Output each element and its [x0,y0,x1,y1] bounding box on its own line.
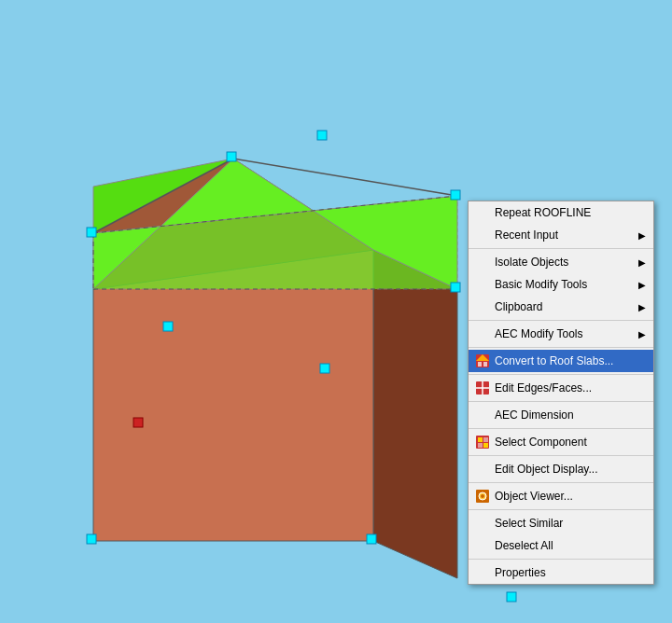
no-icon [474,564,491,581]
menu-label-isolate-objects: Isolate Objects [495,256,568,269]
separator-7 [469,455,653,456]
menu-item-recent-input[interactable]: Recent Input ▶ [469,224,653,246]
no-icon [474,407,491,423]
no-icon [474,276,491,293]
svg-rect-31 [478,437,483,442]
menu-label-select-similar: Select Similar [495,517,563,530]
separator-1 [469,248,653,249]
svg-rect-21 [507,592,516,602]
menu-label-recent-input: Recent Input [495,228,558,242]
svg-point-37 [481,494,484,498]
separator-5 [469,401,653,402]
convert-icon [474,353,491,369]
menu-label-deselect-all: Deselect All [495,539,553,552]
submenu-arrow: ▶ [638,329,646,339]
separator-2 [469,320,653,321]
menu-label-clipboard: Clipboard [495,300,542,313]
menu-label-edit-object-display: Edit Object Display... [495,463,597,476]
separator-6 [469,428,653,429]
svg-rect-17 [320,364,329,373]
separator-8 [469,482,653,483]
menu-item-edit-edges-faces[interactable]: Edit Edges/Faces... [469,377,653,399]
svg-rect-20 [367,534,376,544]
submenu-arrow: ▶ [638,302,646,312]
svg-rect-33 [478,443,483,448]
menu-item-deselect-all[interactable]: Deselect All [469,534,653,557]
no-icon [474,461,491,478]
svg-rect-15 [87,228,96,237]
svg-rect-22 [133,418,143,427]
svg-rect-14 [451,190,460,200]
edit-edges-icon [474,380,491,396]
menu-item-select-similar[interactable]: Select Similar [469,512,653,534]
svg-marker-1 [373,250,457,578]
separator-9 [469,509,653,510]
object-viewer-icon [474,488,491,505]
menu-label-edit-edges-faces: Edit Edges/Faces... [495,381,592,395]
menu-item-repeat-roofline[interactable]: Repeat ROOFLINE [469,201,653,224]
menu-item-object-viewer[interactable]: Object Viewer... [469,485,653,507]
no-icon [474,298,491,315]
separator-3 [469,347,653,348]
menu-label-aec-dimension: AEC Dimension [495,408,574,422]
menu-item-convert-roof-slabs[interactable]: Convert to Roof Slabs... [469,350,653,372]
svg-rect-19 [87,534,96,544]
menu-label-properties: Properties [495,566,546,579]
svg-marker-2 [93,250,373,541]
submenu-arrow: ▶ [638,230,646,241]
no-icon [474,537,491,554]
menu-label-basic-modify-tools: Basic Modify Tools [495,278,587,291]
menu-item-aec-dimension[interactable]: AEC Dimension [469,404,653,426]
submenu-arrow: ▶ [638,257,646,268]
submenu-arrow: ▶ [638,280,646,290]
svg-rect-32 [483,443,488,448]
select-comp-icon [474,434,491,450]
menu-item-select-component[interactable]: Select Component [469,431,653,453]
menu-item-edit-object-display[interactable]: Edit Object Display... [469,458,653,480]
menu-label-aec-modify-tools: AEC Modify Tools [495,327,582,340]
svg-rect-13 [317,131,327,140]
svg-rect-26 [483,362,487,367]
menu-item-properties[interactable]: Properties [469,561,653,584]
menu-label-object-viewer: Object Viewer... [495,490,573,503]
menu-label-repeat-roofline: Repeat ROOFLINE [495,206,591,219]
svg-rect-18 [451,283,460,292]
svg-rect-12 [227,152,236,161]
separator-10 [469,559,653,560]
no-icon [474,254,491,270]
svg-rect-25 [478,362,482,367]
menu-label-convert-roof-slabs: Convert to Roof Slabs... [495,354,613,367]
svg-rect-16 [163,322,173,331]
svg-rect-34 [483,437,488,442]
no-icon [474,325,491,342]
no-icon [474,227,491,243]
menu-item-clipboard[interactable]: Clipboard ▶ [469,296,653,318]
menu-item-basic-modify-tools[interactable]: Basic Modify Tools ▶ [469,273,653,296]
separator-4 [469,374,653,375]
menu-item-aec-modify-tools[interactable]: AEC Modify Tools ▶ [469,323,653,345]
context-menu: Repeat ROOFLINE Recent Input ▶ Isolate O… [468,201,654,585]
menu-label-select-component: Select Component [495,436,587,449]
menu-item-isolate-objects[interactable]: Isolate Objects ▶ [469,251,653,273]
no-icon [474,204,491,221]
no-icon [474,515,491,532]
